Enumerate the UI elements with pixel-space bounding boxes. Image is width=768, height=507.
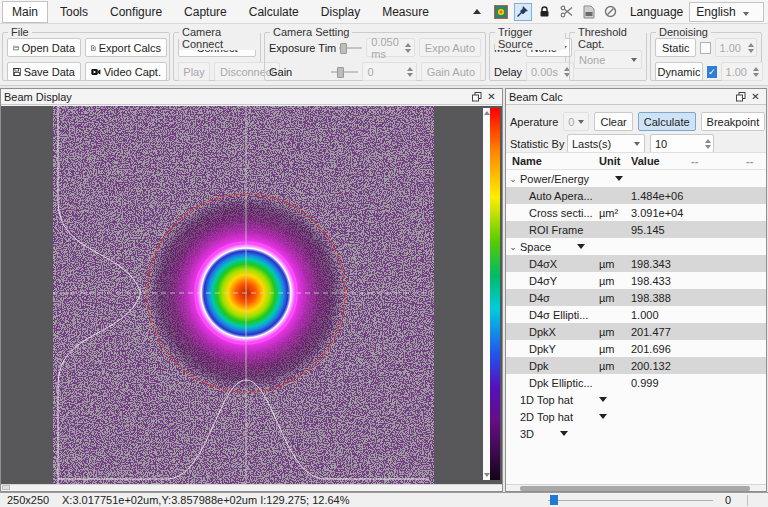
dynamic-spinbox[interactable]: 1.00 [721,62,763,81]
chevron-down-icon [634,142,640,146]
exposure-label: Exposure Tim [269,42,335,54]
statistic-count-spinbox[interactable]: 10 [650,134,714,153]
calc-table-row[interactable]: Cross secti...µm²3.091e+04 [506,204,766,221]
calc-group-label: 3D [520,428,534,440]
calc-group-label: Space [520,241,551,253]
open-data-button[interactable]: Open Data [7,38,81,57]
zoom-value: 0 [713,494,743,506]
float-panel-button[interactable] [733,90,748,103]
gain-spin-arrows[interactable] [405,63,416,80]
calc-group-row[interactable]: 3D [506,425,766,442]
pin-button[interactable] [514,3,532,21]
chevron-down-icon[interactable]: ⌄ [506,242,520,252]
save-data-button[interactable]: Save Data [7,62,81,81]
close-panel-button[interactable]: ✕ [748,90,763,103]
statusbar-divider [747,495,748,506]
menu-item-tools[interactable]: Tools [50,1,98,23]
exposure-slider-handle[interactable] [340,43,347,54]
gain-slider[interactable] [331,65,359,79]
cursor-coords-text: X:3.017751e+02um,Y:3.857988e+02um I:129.… [52,494,548,506]
clear-button[interactable]: Clear [594,112,632,131]
colorbar-gutter[interactable] [483,108,490,480]
calc-table-row[interactable]: ROI Frame95.145 [506,221,766,238]
zoom-slider[interactable] [548,495,713,505]
menu-item-measure[interactable]: Measure [372,1,439,23]
static-spinbox[interactable]: 1.00 [715,38,757,57]
statistic-combo[interactable]: Lasts(s) [567,134,645,153]
language-select[interactable]: English [689,2,764,22]
exposure-slider[interactable] [339,41,362,55]
help-button[interactable] [602,3,620,21]
menu-item-main[interactable]: Main [2,1,48,23]
camera-connect-label: Camera Connect [179,26,260,50]
statistic-spin-arrows[interactable] [702,135,713,152]
aperature-combo[interactable]: 0 [563,112,589,131]
calc-group-row[interactable]: ⌄Power/Energy [506,170,766,187]
expo-auto-button[interactable]: Expo Auto [419,38,481,57]
group-dropdown-icon[interactable] [577,244,585,249]
beam-display-canvas[interactable] [1,106,502,484]
group-dropdown-icon[interactable] [615,176,623,181]
menu-item-configure[interactable]: Configure [100,1,172,23]
threshold-combo[interactable]: None [574,50,642,69]
calc-group-row[interactable]: 2D Top hat [506,408,766,425]
calc-table-row[interactable]: D4σYµm198.433 [506,272,766,289]
calc-table-row[interactable]: Dpk Elliptic...0.999 [506,374,766,391]
camera-setting-group: Camera Setting Exposure Tim 0.050 ms Exp… [264,32,486,81]
language-value: English [696,5,735,19]
dynamic-spin-arrows[interactable] [751,63,762,80]
statistic-by-label: Statistic By [510,138,562,150]
calc-table-row[interactable]: DpkYµm201.696 [506,340,766,357]
collapse-toolbar-button[interactable] [470,3,488,21]
gain-auto-button[interactable]: Gain Auto [421,62,481,81]
menu-item-capture[interactable]: Capture [174,1,237,23]
menu-item-display[interactable]: Display [311,1,370,23]
close-panel-button[interactable]: ✕ [484,90,499,103]
breakpoint-button[interactable]: Breakpoint [701,112,766,131]
dynamic-checkbox[interactable]: ✓ [707,66,717,78]
exposure-spinbox[interactable]: 0.050 ms [366,38,415,57]
gain-spinbox[interactable]: 0 [362,62,416,81]
lock-icon [538,5,551,18]
cut-button[interactable] [558,3,576,21]
play-button[interactable]: Play [178,62,210,81]
delay-spinbox[interactable]: 0.00s [526,62,574,81]
static-checkbox[interactable] [700,42,710,54]
beam-display-panel: Beam Display ✕ [0,88,503,492]
group-dropdown-icon[interactable] [599,414,607,419]
scrollbar-thumb[interactable] [520,486,750,491]
calc-table-row[interactable]: D4σ Ellipti...1.000 [506,306,766,323]
lock-button[interactable] [536,3,554,21]
beam-display-header: Beam Display ✕ [1,89,502,105]
calc-group-row[interactable]: ⌄Space [506,238,766,255]
static-button[interactable]: Static [655,38,696,57]
calculate-button[interactable]: Calculate [638,112,696,131]
group-dropdown-icon[interactable] [560,431,568,436]
group-dropdown-icon[interactable] [599,397,607,402]
calc-table-row[interactable]: D4σµm198.388 [506,289,766,306]
gain-slider-handle[interactable] [337,67,344,78]
calc-table-row[interactable]: Dpkµm200.132 [506,357,766,374]
report-button[interactable] [580,3,598,21]
calc-group-row[interactable]: 1D Top hat [506,391,766,408]
static-spin-arrows[interactable] [745,39,756,56]
calc-table-row[interactable]: Auto Apera...1.484e+06 [506,187,766,204]
calc-table-row[interactable]: DpkXµm201.477 [506,323,766,340]
beam-calc-hscrollbar[interactable] [506,484,766,491]
help-icon [604,5,617,18]
scissors-icon [560,5,574,18]
chevron-down-icon[interactable]: ⌄ [506,174,520,184]
zoom-slider-handle[interactable] [550,495,558,505]
export-calcs-button[interactable]: Export Calcs [85,38,167,57]
dynamic-button[interactable]: Dynamic [655,62,703,81]
exposure-spin-arrows[interactable] [403,39,414,56]
video-capture-button[interactable]: Video Capt. [85,62,167,81]
beam-display-hscrollbar[interactable] [1,484,502,491]
menu-item-calculate[interactable]: Calculate [239,1,309,23]
calc-table-row[interactable]: D4σXµm198.343 [506,255,766,272]
beam-calc-panel: Beam Calc ✕ Aperature 0 Clear Calcula [505,88,767,492]
beam-calc-header: Beam Calc ✕ [506,89,766,105]
beam-view-button[interactable] [492,3,510,21]
beam-image[interactable] [53,106,434,484]
float-panel-button[interactable] [469,90,484,103]
